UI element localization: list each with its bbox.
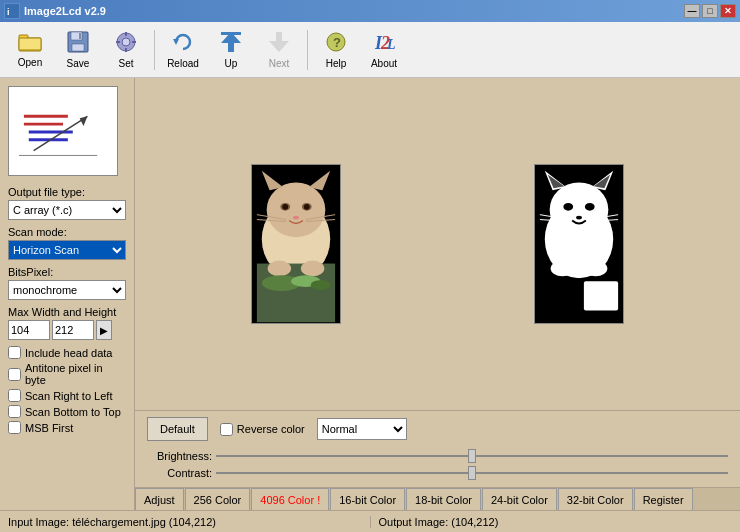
save-button[interactable]: Save: [56, 28, 100, 72]
output-file-type-select[interactable]: C array (*.c) Binary file Header file: [8, 200, 126, 220]
max-wh-label: Max Width and Height: [8, 306, 126, 318]
processed-cat-svg: [535, 165, 623, 323]
maximize-button[interactable]: □: [702, 4, 718, 18]
scan-bottom-to-top-checkbox[interactable]: [8, 405, 21, 418]
svg-rect-4: [19, 38, 41, 50]
titlebar-buttons: — □ ✕: [684, 4, 736, 18]
svg-point-69: [584, 261, 607, 277]
scan-bottom-to-top-row: Scan Bottom to Top: [8, 405, 126, 418]
msb-first-checkbox[interactable]: [8, 421, 21, 434]
controls-row: Default Reverse color Normal Inverse: [135, 411, 740, 447]
contrast-slider[interactable]: [216, 466, 728, 480]
scan-mode-select[interactable]: Horizon Scan Vertical Scan: [8, 240, 126, 260]
main-container: Output file type: C array (*.c) Binary f…: [0, 78, 740, 510]
contrast-label: Contrast:: [147, 467, 212, 479]
tab-24bit-color[interactable]: 24-bit Color: [482, 488, 557, 510]
up-icon: [220, 31, 242, 56]
svg-point-41: [283, 204, 289, 210]
tab-256-color[interactable]: 256 Color: [185, 488, 251, 510]
max-height-input[interactable]: [52, 320, 94, 340]
reload-button[interactable]: Reload: [161, 28, 205, 72]
about-label: About: [371, 58, 397, 69]
svg-text:L: L: [386, 37, 395, 52]
set-icon: [115, 31, 137, 56]
processed-image-display: [534, 164, 624, 324]
include-head-data-checkbox[interactable]: [8, 346, 21, 359]
set-label: Set: [118, 58, 133, 69]
normal-select[interactable]: Normal Inverse: [317, 418, 407, 440]
svg-rect-19: [276, 32, 282, 42]
tab-32bit-color[interactable]: 32-bit Color: [558, 488, 633, 510]
svg-rect-16: [228, 42, 234, 52]
close-button[interactable]: ✕: [720, 4, 736, 18]
minimize-button[interactable]: —: [684, 4, 700, 18]
bits-pixel-select[interactable]: monochrome 4 gray 8 gray 256 Color: [8, 280, 126, 300]
svg-rect-14: [132, 41, 136, 43]
output-file-type-row: Output file type: C array (*.c) Binary f…: [8, 186, 126, 220]
bits-pixel-row: BitsPixel: monochrome 4 gray 8 gray 256 …: [8, 266, 126, 300]
svg-rect-71: [584, 281, 618, 310]
antitone-pixel-checkbox[interactable]: [8, 368, 21, 381]
msb-first-label: MSB First: [25, 422, 73, 434]
tab-register[interactable]: Register: [634, 488, 693, 510]
titlebar: i Image2Lcd v2.9 — □ ✕: [0, 0, 740, 22]
help-icon: ?: [325, 31, 347, 56]
tab-16bit-color[interactable]: 16-bit Color: [330, 488, 405, 510]
max-wh-inputs: ▶: [8, 320, 126, 340]
svg-point-50: [301, 261, 324, 277]
app-icon: i: [4, 3, 20, 19]
svg-rect-11: [125, 32, 127, 36]
scan-right-to-left-label: Scan Right to Left: [25, 390, 112, 402]
svg-point-49: [268, 261, 291, 277]
slider-section: Brightness: Contrast:: [135, 447, 740, 487]
reverse-color-checkbox[interactable]: [220, 423, 233, 436]
max-width-input[interactable]: [8, 320, 50, 340]
checkboxes-group: Include head data Antitone pixel in byte…: [8, 346, 126, 434]
tab-strip: Adjust 256 Color 4096 Color ! 16-bit Col…: [135, 487, 740, 510]
bottom-section: Default Reverse color Normal Inverse Bri…: [135, 410, 740, 510]
images-row: [135, 78, 740, 410]
open-icon: [18, 32, 42, 55]
reverse-color-row: Reverse color: [220, 423, 305, 436]
svg-point-56: [549, 182, 608, 237]
antitone-pixel-row: Antitone pixel in byte: [8, 362, 126, 386]
svg-text:i: i: [7, 7, 10, 17]
svg-point-43: [293, 216, 299, 220]
scan-mode-row: Scan mode: Horizon Scan Vertical Scan: [8, 226, 126, 260]
bits-pixel-label: BitsPixel:: [8, 266, 126, 278]
up-label: Up: [225, 58, 238, 69]
next-button: Next: [257, 28, 301, 72]
reverse-color-label: Reverse color: [237, 423, 305, 435]
output-file-type-label: Output file type:: [8, 186, 126, 198]
toolbar-separator-1: [154, 30, 155, 70]
tab-18bit-color[interactable]: 18-bit Color: [406, 488, 481, 510]
about-icon: I 2 L: [373, 31, 395, 56]
antitone-pixel-label: Antitone pixel in byte: [25, 362, 126, 386]
up-button[interactable]: Up: [209, 28, 253, 72]
scan-bottom-to-top-label: Scan Bottom to Top: [25, 406, 121, 418]
original-cat-svg: [252, 165, 340, 323]
about-button[interactable]: I 2 L About: [362, 28, 406, 72]
tab-4096-color[interactable]: 4096 Color !: [251, 488, 329, 510]
svg-point-10: [122, 38, 130, 46]
brightness-label: Brightness:: [147, 450, 212, 462]
brightness-slider[interactable]: [216, 449, 728, 463]
contrast-row: Contrast:: [147, 466, 728, 480]
help-button[interactable]: ? Help: [314, 28, 358, 72]
brightness-row: Brightness:: [147, 449, 728, 463]
scan-right-to-left-checkbox[interactable]: [8, 389, 21, 402]
reload-label: Reload: [167, 58, 199, 69]
default-button[interactable]: Default: [147, 417, 208, 441]
svg-point-68: [550, 261, 573, 277]
svg-text:?: ?: [333, 35, 341, 50]
svg-point-61: [563, 203, 573, 211]
scan-mode-label: Scan mode:: [8, 226, 126, 238]
svg-point-36: [267, 182, 326, 237]
set-button[interactable]: Set: [104, 28, 148, 72]
tab-adjust[interactable]: Adjust: [135, 488, 184, 510]
svg-rect-48: [257, 264, 335, 323]
original-image-display: [251, 164, 341, 324]
open-button[interactable]: Open: [8, 28, 52, 72]
scan-right-to-left-row: Scan Right to Left: [8, 389, 126, 402]
max-wh-expand-button[interactable]: ▶: [96, 320, 112, 340]
